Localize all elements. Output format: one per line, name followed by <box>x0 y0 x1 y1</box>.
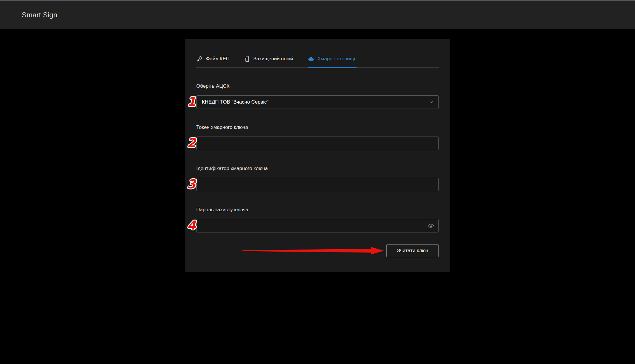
tab-label: Хмарне сховище <box>318 56 357 62</box>
tab-label: Файл КЕП <box>206 56 230 62</box>
token-input[interactable] <box>196 137 439 150</box>
step-badge-1: 1 <box>187 96 196 108</box>
tab-bar: Файл КЕП Захищений носій <box>196 56 439 68</box>
acsk-label: Оберіть АЦСК <box>196 83 439 89</box>
key-read-card: Файл КЕП Захищений носій <box>185 39 450 272</box>
step-badge-4: 4 <box>187 219 196 232</box>
eye-off-icon <box>427 222 435 230</box>
actions-row: Зчитати ключ <box>196 244 439 257</box>
tab-file-kep[interactable]: Файл КЕП <box>196 56 230 67</box>
tab-label: Захищений носій <box>253 56 293 62</box>
password-label: Пароль захисту ключа <box>196 207 439 213</box>
app-header: Smart Sign <box>0 0 635 29</box>
token-label: Токен хмарного ключа <box>196 124 439 131</box>
usb-drive-icon <box>244 56 250 62</box>
app-title: Smart Sign <box>22 11 57 19</box>
read-key-button[interactable]: Зчитати ключ <box>386 244 439 257</box>
cloud-icon <box>308 56 314 62</box>
tab-protected-media[interactable]: Захищений носій <box>244 56 293 67</box>
annotation-arrow <box>242 247 384 255</box>
tab-cloud-storage[interactable]: Хмарне сховище <box>308 56 357 67</box>
password-input[interactable] <box>196 219 439 232</box>
password-field: Пароль захисту ключа 4 <box>196 207 439 232</box>
key-id-input[interactable] <box>196 178 439 191</box>
key-id-label: Ідентифікатор хмарного ключа <box>196 165 439 172</box>
toggle-password-visibility-button[interactable] <box>427 222 435 230</box>
acsk-selected-value: КНЕДП ТОВ "Вчасно Сервіс" <box>202 99 269 105</box>
acsk-select[interactable]: КНЕДП ТОВ "Вчасно Сервіс" <box>196 95 439 109</box>
app-window: Smart Sign Файл КЕП <box>0 0 635 364</box>
key-id-field: Ідентифікатор хмарного ключа 3 <box>196 165 439 191</box>
step-badge-3: 3 <box>187 178 196 190</box>
token-field: Токен хмарного ключа 2 <box>196 124 439 150</box>
key-icon <box>196 56 203 62</box>
chevron-down-icon <box>428 99 435 105</box>
acsk-field: Оберіть АЦСК 1 КНЕДП ТОВ "Вчасно Сервіс" <box>196 83 439 109</box>
step-badge-2: 2 <box>187 137 196 149</box>
